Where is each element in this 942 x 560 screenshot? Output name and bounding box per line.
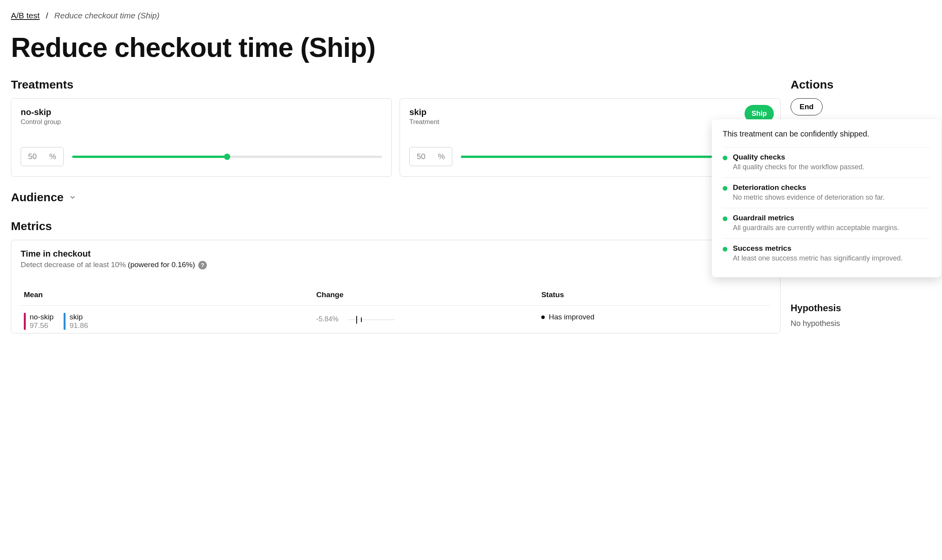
end-button[interactable]: End [791,98,823,115]
chevron-down-icon [69,194,76,201]
col-mean: Mean [21,287,313,306]
page-title: Reduce checkout time (Ship) [11,32,931,63]
metric-subtitle: Detect decrease of at least 10% (powered… [21,261,771,269]
section-audience: Audience [11,191,64,204]
status-dot-green-icon [723,186,727,191]
col-change: Change [313,287,539,306]
percent-slider[interactable] [72,156,382,158]
check-desc: No metric shows evidence of deterioratio… [733,193,885,202]
section-hypothesis: Hypothesis [791,303,931,314]
status-dot-green-icon [723,216,727,221]
check-title: Quality checks [733,153,864,161]
breadcrumb-sep: / [46,11,48,20]
check-title: Guardrail metrics [733,214,899,222]
check-title: Success metrics [733,244,903,253]
hypothesis-block: Hypothesis No hypothesis [791,303,931,328]
check-desc: At least one success metric has signific… [733,254,903,262]
series-color-bar [24,313,26,330]
check-desc: All quality checks for the workflow pass… [733,163,864,171]
status-dot-green-icon [723,247,727,252]
section-metrics: Metrics [11,220,780,233]
breadcrumb: A/B test / Reduce checkout time (Ship) [11,11,931,20]
mean-label: skip [69,313,88,321]
audience-toggle[interactable]: Audience [11,191,780,204]
percent-unit: % [49,152,56,161]
treatments-row: no-skip Control group 50 % Ship skip [11,98,780,177]
metric-table: Mean Change Status no-skip [21,287,771,331]
mean-value: 91.86 [69,321,88,330]
percent-input[interactable]: 50 % [21,147,64,166]
check-success: Success metrics At least one success met… [723,238,930,269]
slider-knob[interactable] [224,154,230,160]
change-value: -5.84% [316,315,339,323]
change-sparkline [348,313,395,327]
metric-sub-dark: (powered for 0.16%) [128,261,195,269]
hypothesis-body: No hypothesis [791,319,931,328]
percent-unit: % [438,152,445,161]
help-icon[interactable]: ? [198,261,207,269]
mean-value: 97.56 [30,321,53,330]
col-status: Status [538,287,771,306]
section-treatments: Treatments [11,78,780,91]
check-guardrail: Guardrail metrics All guardrails are cur… [723,208,930,238]
metric-card: Time in checkout Detect decrease of at l… [11,240,780,333]
percent-input[interactable]: 50 % [409,147,452,166]
metric-sub-gray: Detect decrease of at least 10% [21,261,128,269]
treatment-name: skip [409,107,771,117]
status-dot-icon [541,315,545,319]
series-color-bar [64,313,66,330]
treatment-card-no-skip: no-skip Control group 50 % [11,98,392,177]
mean-label: no-skip [30,313,53,321]
metric-title: Time in checkout [21,249,771,259]
treatment-sub: Control group [21,118,382,126]
percent-value: 50 [28,152,37,161]
breadcrumb-current: Reduce checkout time (Ship) [54,11,160,20]
check-deterioration: Deterioration checks No metric shows evi… [723,177,930,208]
check-quality: Quality checks All quality checks for th… [723,147,930,177]
mean-skip: skip 91.86 [64,313,88,330]
ship-popover: This treatment can be confidently shippe… [712,119,941,277]
treatment-name: no-skip [21,107,382,117]
check-title: Deterioration checks [733,183,885,192]
status-text: Has improved [549,313,594,321]
slider-fill [72,156,227,158]
table-row: no-skip 97.56 skip 91.86 [21,305,771,331]
mean-no-skip: no-skip 97.56 [24,313,53,330]
popover-lead: This treatment can be confidently shippe… [723,129,930,138]
check-desc: All guardrails are currently within acce… [733,224,899,232]
percent-value: 50 [417,152,425,161]
section-actions: Actions [791,78,931,91]
status-dot-green-icon [723,156,727,160]
breadcrumb-root[interactable]: A/B test [11,11,40,20]
